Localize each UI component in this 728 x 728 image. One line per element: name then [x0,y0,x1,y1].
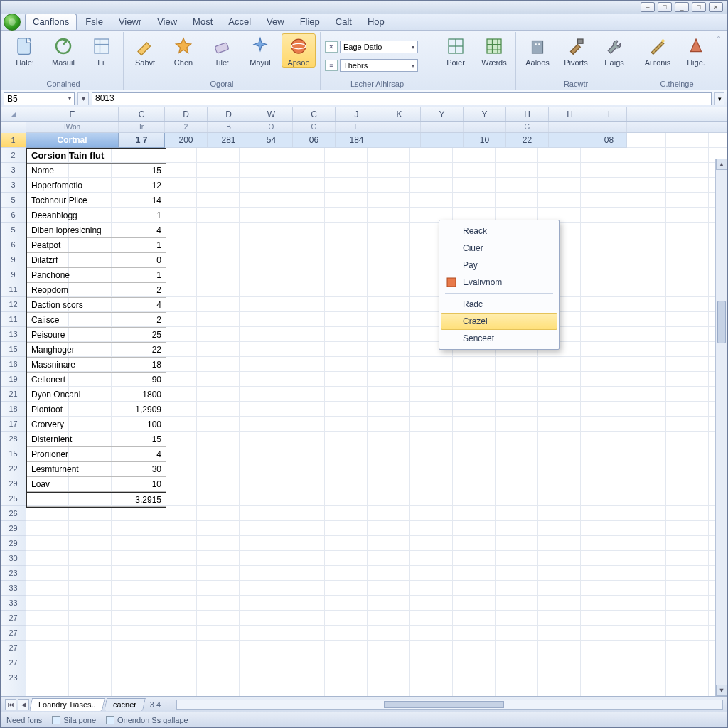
row-header[interactable]: 11 [1,282,26,297]
sheet-tab-cacner[interactable]: cacner [104,698,146,711]
name-box[interactable]: B5▾ [4,92,75,105]
table-cell-name[interactable]: Disternlent [27,432,119,447]
table-cell-value[interactable]: 25 [119,328,166,343]
context-menu-item[interactable]: Ciuer [441,240,557,257]
col-header-H2[interactable]: H [549,107,592,121]
table-cell-name[interactable]: Manghoger [27,343,119,358]
table-cell-value[interactable]: 2 [119,283,166,298]
col-header-W[interactable]: W [250,107,293,121]
col-header-I[interactable]: I [592,107,627,121]
row-header[interactable]: 18 [1,402,26,417]
window-help-button-2[interactable]: □ [658,2,672,12]
table-cell-name[interactable]: Tochnour Plice [27,193,119,208]
col-header-J[interactable]: J [336,107,378,121]
row-header[interactable]: 33 [1,596,26,611]
row-header[interactable]: 29 [1,536,26,551]
table-cell-value[interactable]: 0 [119,253,166,268]
table-cell-value[interactable]: 15 [119,164,166,178]
table-cell-value[interactable]: 1800 [119,387,166,402]
table-cell-name[interactable]: Panchone [27,268,119,283]
row-header[interactable]: 26 [1,506,26,521]
table-cell-name[interactable]: Massninare [27,358,119,373]
ribbon-btn-waerds[interactable]: Wærds [477,33,511,68]
table-cell-value[interactable]: 4 [119,223,166,238]
context-menu-item[interactable]: Evalivnom [441,274,557,291]
combo-eage-datio[interactable]: Eage Datio▾ [340,41,418,53]
table-cell-value[interactable]: 1 [119,208,166,223]
window-min-button[interactable]: _ [675,2,689,12]
window-max-button[interactable]: □ [692,2,706,12]
col-header-H[interactable]: H [506,107,549,121]
col-header-C[interactable]: C [119,107,165,121]
row-header[interactable]: 6 [1,208,26,223]
row-header[interactable]: 27 [1,626,26,641]
table-cell-value[interactable]: 2 [119,313,166,328]
table-cell-name[interactable]: Loav [27,477,119,492]
tab-view[interactable]: View [150,14,184,30]
row-header[interactable]: 21 [1,387,26,402]
row-header[interactable]: 25 [1,491,26,506]
row-header[interactable]: 23 [1,566,26,581]
cell-10[interactable]: 10 [464,133,506,148]
row-header[interactable]: 15 [1,342,26,357]
tab-fliep[interactable]: Fliep [293,14,327,30]
table-cell-name[interactable]: Dilatzrf [27,253,119,268]
table-cell-value[interactable]: 90 [119,373,166,387]
table-cell-value[interactable]: 4 [119,298,166,313]
row-header[interactable]: 27 [1,611,26,626]
window-help-button-1[interactable]: – [641,2,655,12]
table-cell-name[interactable]: Reopdom [27,283,119,298]
col-header-D2[interactable]: D [208,107,250,121]
table-cell-name[interactable]: Nome [27,164,119,178]
formula-dropdown[interactable]: ▾ [77,92,89,105]
table-cell-value[interactable]: 12 [119,178,166,193]
table-cell-value[interactable]: 15 [119,432,166,447]
sheet-tab-loandry[interactable]: Loandry Tiases.. [29,698,105,711]
tab-canflons[interactable]: Canflons [25,14,77,30]
table-cell-value[interactable]: 18 [119,358,166,373]
tab-nav-first[interactable]: ⏮ [5,699,16,710]
row-header[interactable]: 15 [1,446,26,461]
window-close-button[interactable]: × [709,2,723,12]
context-menu-item[interactable]: Reack [441,223,557,240]
ribbon-btn-mayul[interactable]: Mayul [243,33,277,68]
row-header[interactable]: 1 [1,133,26,148]
table-cell-name[interactable]: Diben iopresicning [27,223,119,238]
col-header-K[interactable]: K [378,107,421,121]
context-menu-item[interactable]: Senceet [441,330,557,347]
select-all-corner[interactable] [1,107,26,121]
table-cell-name[interactable]: Peisoure [27,328,119,343]
table-cell-value[interactable]: 100 [119,417,166,432]
cell-22[interactable]: 22 [506,133,549,148]
tab-accel[interactable]: Accel [221,14,258,30]
row-header[interactable]: 22 [1,461,26,476]
table-cell-name[interactable]: Proriioner [27,447,119,462]
horizontal-scrollbar[interactable] [176,700,723,710]
tab-nav-prev[interactable]: ◀ [18,699,29,710]
combo-thebrs[interactable]: Thebrs▾ [340,59,418,72]
ribbon-help-icon[interactable]: ◦ [717,32,724,90]
ribbon-btn-fil[interactable]: Fil [85,33,119,68]
ribbon-btn-tile[interactable]: Tile: [205,33,239,68]
formula-input[interactable]: 8013 [92,92,712,105]
row-header[interactable]: 6 [1,237,26,252]
ribbon-btn-chen[interactable]: Chen [166,33,200,68]
col-header-Y[interactable]: Y [421,107,464,121]
tab-hop[interactable]: Hop [360,14,392,30]
menu-icon[interactable]: ≡ [325,60,338,71]
row-header[interactable]: 33 [1,581,26,596]
vertical-scrollbar[interactable]: ▲ ▼ [715,159,727,696]
row-header[interactable]: 5 [1,193,26,208]
table-cell-name[interactable]: Peatpot [27,238,119,253]
cell-06[interactable]: 06 [293,133,336,148]
row-header[interactable]: 17 [1,417,26,432]
cell-cortnal[interactable]: Cortnal [26,133,119,148]
table-cell-name[interactable]: Caiisce [27,313,119,328]
tab-calt[interactable]: Calt [328,14,359,30]
table-cell-name[interactable]: Plontoot [27,402,119,417]
table-cell-value[interactable]: 4 [119,447,166,462]
col-header-Y2[interactable]: Y [464,107,506,121]
ribbon-btn-autonis[interactable]: Autonis [641,33,675,68]
table-cell-name[interactable]: Deeanblogg [27,208,119,223]
ribbon-btn-hige[interactable]: Hige. [679,33,713,68]
